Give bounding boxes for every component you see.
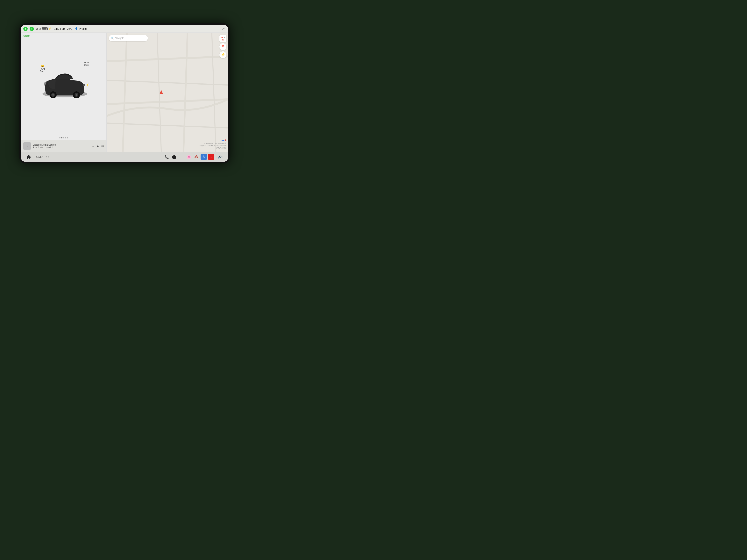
media-note-icon: ♪	[26, 144, 28, 148]
profile-icon: 👤	[75, 27, 78, 30]
entertainment-button[interactable]: 🌸	[185, 153, 192, 161]
media-player: ♪ Choose Media Source ✱ No device connec…	[21, 140, 106, 152]
flower-icon: 🌸	[186, 155, 191, 159]
temp-decrease-button[interactable]: ‹	[35, 156, 35, 158]
copyright-text: © 2023 Baidu - GS(2023)4086号	[200, 142, 227, 145]
status-bar: 88 % ⚡ 11:04 am 26°C 👤 Profile	[21, 25, 228, 33]
charge-nearby-button[interactable]: ⚡	[220, 51, 227, 58]
car-taskbar-icon	[26, 155, 31, 159]
bt-icon: B	[203, 155, 205, 159]
search-icon: 🔍	[111, 37, 114, 39]
globe-button[interactable]: ⬤	[171, 153, 178, 161]
time-section: 11:04 am 26°C	[54, 27, 73, 30]
music-button[interactable]: ♪	[207, 153, 215, 161]
search-placeholder: Navigate	[115, 37, 124, 39]
map-area[interactable]: 🔍 Navigate SE S	[107, 33, 228, 152]
trunk-open-text: Open	[84, 64, 89, 66]
volume-increase-button[interactable]: ›	[223, 156, 223, 158]
ac-icons: ❄ ≋	[46, 156, 49, 158]
prev-button[interactable]: ⏮	[92, 144, 95, 148]
location-button[interactable]: 📍	[220, 43, 227, 50]
temp-increase-button[interactable]: ›	[44, 156, 45, 158]
svg-point-19	[27, 158, 28, 158]
profile-label: Profile	[79, 27, 87, 30]
dot-4	[65, 137, 66, 138]
svg-point-8	[83, 84, 85, 86]
svg-line-10	[107, 56, 228, 61]
profile-section[interactable]: 👤 Profile	[75, 27, 87, 30]
compass-arrow	[222, 38, 224, 41]
battery-bar	[42, 27, 48, 30]
car-display-area: 🔓 Frunk Open Trunk Open	[21, 33, 106, 136]
screen: 88 % ⚡ 11:04 am 26°C 👤 Profile	[21, 25, 228, 162]
music-icon: ♪	[210, 155, 212, 158]
wifi-icon	[222, 27, 226, 30]
map-attribution: Bai度 © 2023 Baidu - GS(2023)4086号 甲测资字11…	[200, 139, 227, 149]
music-badge: ♪	[208, 154, 214, 160]
clock: 11:04 am	[54, 27, 66, 30]
battery-percent: 88 %	[36, 27, 41, 30]
fan-icon: ≋	[48, 156, 49, 158]
taskbar: ‹ 18.5 ° › ❄ ≋ 📞 ⬤	[21, 152, 228, 162]
status-dot-1[interactable]	[23, 27, 28, 31]
baidu-logo: Bai度	[200, 139, 227, 142]
compass-display: SE S	[221, 36, 225, 41]
temp-display: 18.5 °	[36, 155, 43, 159]
next-button[interactable]: ⏭	[101, 144, 104, 148]
media-sub-label: ✱ No device connected	[33, 146, 90, 149]
svg-line-13	[107, 123, 228, 128]
outside-temp: 26°C	[67, 27, 73, 30]
phone-icon: 📞	[164, 155, 169, 159]
compass-s: S	[224, 36, 225, 38]
temp-unit: °	[43, 156, 43, 158]
screen-bezel: 88 % ⚡ 11:04 am 26°C 👤 Profile	[20, 23, 230, 163]
volume-controls: ‹ 🔊 ›	[215, 155, 225, 159]
dot-1	[59, 137, 60, 138]
car-position-arrow	[159, 90, 163, 94]
volume-icon: 🔊	[218, 155, 222, 159]
car-home-button[interactable]	[24, 155, 33, 159]
temp-value: 18.5	[36, 155, 42, 158]
left-panel: EDGE 🔓 Frunk Open Trunk Open	[21, 33, 107, 152]
nav-search[interactable]: 🔍 Navigate	[109, 35, 148, 41]
location-text: 广东,广州,黄埔	[200, 147, 227, 149]
play-button[interactable]: ▶	[97, 144, 99, 148]
media-info: Choose Media Source ✱ No device connecte…	[33, 143, 90, 149]
globe-icon: ⬤	[172, 155, 176, 159]
bt-badge: B	[201, 154, 207, 160]
games-button[interactable]: 🕹	[192, 153, 200, 161]
baidu-text: Bai度	[222, 139, 227, 142]
status-dot-2[interactable]	[30, 27, 34, 31]
bt-symbol: ✱	[33, 146, 34, 149]
bluetooth-button[interactable]: B	[200, 153, 207, 161]
media-source-label: Choose Media Source	[33, 143, 90, 146]
slider-dots	[21, 136, 106, 140]
svg-text:⚡: ⚡	[86, 83, 89, 87]
map-roads-svg	[107, 33, 228, 152]
media-thumbnail: ♪	[23, 142, 31, 150]
compass-se: SE	[221, 36, 223, 38]
license-text: 甲测资字11111342 · 京ICP证030173号	[200, 145, 227, 147]
svg-line-17	[212, 33, 216, 152]
svg-point-21	[30, 158, 30, 158]
svg-line-16	[183, 33, 187, 152]
battery-section: 88 % ⚡	[36, 27, 51, 30]
phone-button[interactable]: 📞	[163, 153, 171, 161]
location-icon: 📍	[221, 45, 225, 49]
more-button[interactable]: ···	[178, 153, 185, 161]
ac-icon: ❄	[46, 156, 47, 158]
svg-point-4	[52, 94, 54, 96]
compass-button[interactable]: SE S	[220, 35, 227, 42]
map-grid	[107, 33, 228, 152]
battery-fill	[43, 28, 46, 30]
more-icon: ···	[180, 155, 183, 159]
media-controls[interactable]: ⏮ ▶ ⏭	[92, 144, 104, 148]
dot-2	[61, 137, 62, 138]
charge-nearby-icon: ⚡	[221, 53, 225, 57]
svg-point-7	[76, 94, 77, 96]
dot-3	[63, 137, 65, 138]
volume-decrease-button[interactable]: ‹	[216, 156, 217, 158]
right-panel: 🔍 Navigate SE S	[107, 33, 228, 152]
main-content: EDGE 🔓 Frunk Open Trunk Open	[21, 33, 228, 152]
temp-controls: ‹ 18.5 ° › ❄ ≋	[33, 155, 51, 159]
